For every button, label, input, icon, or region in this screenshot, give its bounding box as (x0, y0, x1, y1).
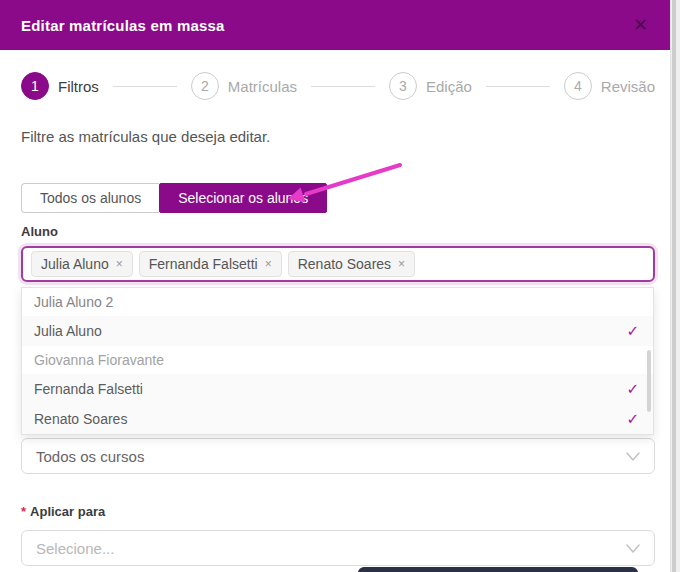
bottom-partial-dark-element (358, 567, 638, 572)
student-options-dropdown: Julia Aluno 2 Julia Aluno ✓ Giovanna Fio… (21, 287, 654, 435)
check-icon: ✓ (626, 380, 639, 398)
tag-label: Fernanda Falsetti (149, 256, 258, 272)
chevron-down-icon (626, 452, 640, 461)
option-label: Renato Soares (34, 411, 127, 427)
check-icon: ✓ (626, 410, 639, 428)
required-asterisk: * (21, 504, 26, 519)
step-connector (311, 86, 375, 87)
aplicar-select[interactable]: Selecione... (21, 530, 655, 566)
dropdown-option[interactable]: Julia Aluno 2 (22, 288, 653, 316)
option-label: Julia Aluno (34, 323, 102, 339)
select-students-button[interactable]: Selecionar os alunos (159, 183, 327, 213)
dropdown-option[interactable]: Fernanda Falsetti ✓ (22, 374, 653, 404)
step-number-badge: 1 (21, 72, 49, 100)
dropdown-option[interactable]: Renato Soares ✓ (22, 404, 653, 434)
aplicar-select-placeholder: Selecione... (36, 540, 114, 557)
chevron-down-icon (626, 544, 640, 553)
aplicar-label-text: Aplicar para (30, 504, 105, 519)
student-filter-toggle: Todos os alunos Selecionar os alunos (21, 183, 327, 213)
check-icon: ✓ (626, 322, 639, 340)
aplicar-field-label: *Aplicar para (21, 504, 105, 519)
step-revisao[interactable]: 4 Revisão (564, 72, 655, 100)
tag-label: Renato Soares (298, 256, 391, 272)
modal-header: Editar matrículas em massa ✕ (0, 0, 670, 50)
dropdown-option[interactable]: Giovanna Fioravante (22, 346, 653, 374)
selected-student-tag: Renato Soares × (288, 251, 415, 277)
selected-student-tag: Julia Aluno × (31, 251, 133, 277)
curso-select[interactable]: Todos os cursos (21, 438, 655, 474)
curso-select-value: Todos os cursos (36, 448, 144, 465)
scrollbar-track[interactable] (670, 0, 680, 572)
step-number-badge: 4 (564, 72, 592, 100)
edit-enrollments-modal: Editar matrículas em massa ✕ 1 Filtros 2… (0, 0, 680, 572)
modal-title: Editar matrículas em massa (21, 17, 225, 34)
step-filtros[interactable]: 1 Filtros (21, 72, 99, 100)
tag-remove-icon[interactable]: × (116, 258, 123, 270)
wizard-stepper: 1 Filtros 2 Matrículas 3 Edição 4 Revisã… (21, 72, 655, 100)
step-edicao[interactable]: 3 Edição (389, 72, 472, 100)
tag-remove-icon[interactable]: × (265, 258, 272, 270)
step-number-badge: 2 (191, 72, 219, 100)
step-connector (486, 86, 550, 87)
all-students-button[interactable]: Todos os alunos (21, 183, 159, 213)
step-connector (113, 86, 177, 87)
dropdown-option[interactable]: Julia Aluno ✓ (22, 316, 653, 346)
aluno-field-label: Aluno (21, 224, 58, 239)
step-number-badge: 3 (389, 72, 417, 100)
tag-label: Julia Aluno (41, 256, 109, 272)
selected-student-tag: Fernanda Falsetti × (139, 251, 282, 277)
tag-remove-icon[interactable]: × (398, 258, 405, 270)
option-label: Fernanda Falsetti (34, 381, 143, 397)
intro-text: Filtre as matrículas que deseja editar. (21, 128, 270, 145)
step-matriculas[interactable]: 2 Matrículas (191, 72, 297, 100)
aluno-multiselect-input[interactable]: Julia Aluno × Fernanda Falsetti × Renato… (21, 246, 655, 282)
scrollbar-thumb[interactable] (672, 0, 676, 572)
dropdown-scrollbar-thumb[interactable] (647, 350, 651, 412)
option-label: Julia Aluno 2 (34, 294, 113, 310)
option-label: Giovanna Fioravante (34, 352, 164, 368)
close-icon[interactable]: ✕ (629, 14, 652, 36)
